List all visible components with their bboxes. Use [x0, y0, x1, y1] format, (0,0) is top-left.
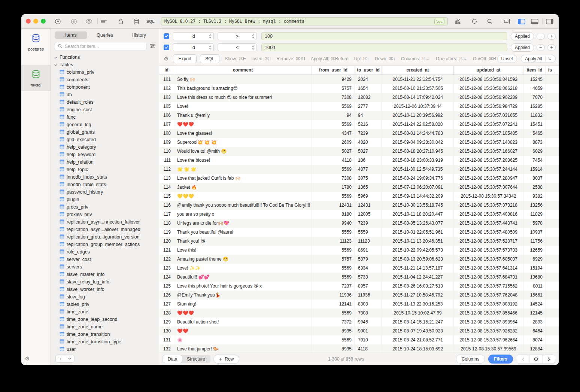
sidebar-table-item[interactable]: slow_log	[51, 293, 159, 301]
table-row[interactable]: 122 Amazing pastel theme 😬 5757 5879 201…	[159, 255, 559, 264]
minimize-window-button[interactable]	[33, 19, 38, 24]
toggle-left-panel-icon[interactable]	[516, 16, 527, 26]
filter-enabled-checkbox[interactable]	[164, 45, 169, 50]
table-row[interactable]: 126 @Emily Thank you💃 11936 11936 2015-1…	[159, 291, 559, 300]
chevron-down-icon[interactable]	[65, 355, 74, 362]
filter-operator-select[interactable]: >	[218, 32, 257, 40]
sidebar-table-item[interactable]: proxies_priv	[51, 211, 159, 218]
table-row[interactable]: 121 Love this! 5569 8691 2015-10-22 09:4…	[159, 246, 559, 255]
table-row[interactable]: 128 ❤️❤️❤️ 5569 7308 2015-10-15 10:02:47…	[159, 309, 559, 317]
table-row[interactable]: 111 Love the blouse! 4118 186 2015-08-18…	[159, 156, 559, 165]
column-header[interactable]: created_at	[382, 66, 454, 75]
column-header[interactable]: id	[159, 66, 174, 75]
table-row[interactable]: 112 🌟 🌟 🌟 5569 4877 2015-11-30 12:54:49.…	[159, 165, 559, 174]
add-filter-button[interactable]: +	[547, 44, 556, 51]
table-row[interactable]: 118 Ur legs are to die for🙌🏼💖 9940 7239 …	[159, 219, 559, 228]
sidebar-table-item[interactable]: server_cost	[51, 256, 159, 263]
table-row[interactable]: 116 @emily thank you soooo much beautifu…	[159, 201, 559, 210]
filter-value-input[interactable]	[261, 32, 507, 40]
table-row[interactable]: 131 🌸 5569 7910 2015-08-24 21:08:52.771 …	[159, 335, 559, 344]
item-search-box[interactable]	[55, 42, 146, 51]
process-list-icon[interactable]	[98, 16, 109, 26]
table-row[interactable]: 124 Beautiful!! 💕💕 5569 5733 2015-11-04 …	[159, 273, 559, 282]
page-settings-gear-icon[interactable]: ⚙	[529, 355, 542, 363]
table-row[interactable]: 109 Supercool💥 💥 💥 2609 4820 2015-09-04 …	[159, 138, 559, 147]
column-header[interactable]: from_user_id	[312, 66, 355, 75]
column-header[interactable]: is_	[546, 66, 559, 75]
table-row[interactable]: 123 Love! ✨✨ 5569 6334 2015-11-21 14:13:…	[159, 264, 559, 273]
table-row[interactable]: 105 Love! 5569 2777 2015-12-06 10:37:39.…	[159, 102, 559, 111]
previous-page-button[interactable]	[517, 355, 529, 363]
sidebar-table-item[interactable]: time_zone_transition_type	[51, 338, 159, 346]
unset-button[interactable]: Unset	[497, 55, 517, 63]
table-row[interactable]: 117 you are so pretty x 8180 12005 2015-…	[159, 210, 559, 219]
connect-icon[interactable]	[52, 16, 63, 26]
sidebar-table-item[interactable]: procs_priv	[51, 203, 159, 211]
table-row[interactable]: 114 Jacket 🔥 1780 1365 2015-07-12 06:20:…	[159, 183, 559, 192]
zoom-window-button[interactable]	[41, 19, 46, 24]
sidebar-table-item[interactable]: role_edges	[51, 248, 159, 256]
settings-gear-icon[interactable]: ⚙	[25, 355, 30, 362]
filter-applied-button[interactable]: Applied	[511, 43, 534, 52]
filters-button[interactable]: Filters	[488, 355, 513, 364]
tab-queries[interactable]: Queries	[89, 31, 121, 39]
sidebar-table-item[interactable]: func	[51, 113, 159, 121]
sidebar-table-item[interactable]: innodb_index_stats	[51, 173, 159, 181]
filter-settings-gear-icon[interactable]: ⚙	[164, 55, 168, 62]
columns-button[interactable]: Columns	[456, 355, 485, 364]
eye-icon[interactable]	[83, 16, 94, 26]
connection-mysql[interactable]: mysql	[21, 65, 51, 91]
table-row[interactable]: 103 Love this dress so much 😍 so nice fo…	[159, 93, 559, 102]
add-item-button[interactable]: +	[55, 355, 75, 363]
apply-all-button[interactable]: Apply All	[521, 55, 556, 63]
sidebar-table-item[interactable]: time_zone	[51, 308, 159, 316]
filter-column-select[interactable]: id	[173, 32, 214, 40]
sql-button[interactable]: SQL	[200, 54, 219, 63]
filter-sliders-icon[interactable]	[149, 43, 155, 50]
next-page-button[interactable]	[542, 355, 555, 363]
sidebar-table-item[interactable]: replication_group_member_actions	[51, 241, 159, 248]
frame-icon[interactable]	[501, 16, 511, 26]
refresh-icon[interactable]	[469, 16, 480, 26]
sidebar-table-item[interactable]: db	[51, 91, 159, 98]
sidebar-table-item[interactable]: help_category	[51, 143, 159, 151]
sidebar-table-item[interactable]: slave_worker_info	[51, 286, 159, 293]
sidebar-table-item[interactable]: columns_priv	[51, 69, 159, 76]
sidebar-table-item[interactable]: component	[51, 83, 159, 91]
filter-operator-select[interactable]: <	[218, 43, 257, 51]
sidebar-table-item[interactable]: replication_grou...iguration_version	[51, 233, 159, 241]
add-filter-button[interactable]: +	[547, 33, 556, 40]
close-window-button[interactable]	[26, 19, 31, 24]
sidebar-table-item[interactable]: time_zone_leap_second	[51, 316, 159, 323]
tab-items[interactable]: Items	[55, 31, 87, 39]
table-row[interactable]: 127 Stunning! 12141 8303 2015-11-13 22:3…	[159, 300, 559, 309]
chevron-down-icon[interactable]	[549, 56, 552, 61]
sidebar-table-item[interactable]: comments	[51, 76, 159, 83]
sidebar-table-item[interactable]: replication_asyn...ailover_managed	[51, 226, 159, 233]
sidebar-table-item[interactable]: help_relation	[51, 158, 159, 166]
data-tab-button[interactable]: Data	[163, 355, 182, 363]
tab-history[interactable]: History	[122, 31, 155, 39]
tree-section-functions[interactable]: Functions	[51, 54, 159, 61]
column-header[interactable]: to_user_id	[355, 66, 382, 75]
table-row[interactable]: 120 Thank you! 😘 11123 11123 2015-10-11 …	[159, 237, 559, 246]
toggle-bottom-panel-icon[interactable]	[529, 16, 540, 26]
sidebar-table-item[interactable]: plugin	[51, 196, 159, 203]
table-row[interactable]: 102 This background is amazing😍 5757 165…	[159, 84, 559, 93]
structure-tab-button[interactable]: Structure	[182, 355, 210, 363]
sidebar-table-item[interactable]: slave_relay_log_info	[51, 278, 159, 286]
table-row[interactable]: 107 ❤️❤️❤️ 5569 5216 2015-11-24 22:02:58…	[159, 120, 559, 129]
sidebar-table-item[interactable]: default_roles	[51, 98, 159, 106]
table-row[interactable]: 115 💛💛💛 5569 5969 2015-09-13 14:44:32.20…	[159, 192, 559, 201]
sidebar-table-item[interactable]: time_zone_name	[51, 323, 159, 331]
table-row[interactable]: 108 Love the glasses! 4347 7239 2015-08-…	[159, 129, 559, 138]
table-row[interactable]: 125 Love this photo! Your hair is gorgeo…	[159, 282, 559, 291]
sidebar-table-item[interactable]: servers	[51, 263, 159, 271]
sidebar-table-item[interactable]: tables_priv	[51, 301, 159, 308]
remove-filter-button[interactable]: −	[537, 44, 545, 51]
table-row[interactable]: 130 ❤️❤️ 8995 9001 2015-08-07 19:43:50.9…	[159, 326, 559, 335]
connection-postgres[interactable]: postgres	[21, 29, 51, 55]
table-row[interactable]: 129 Beautiful action shot! 7372 9946 201…	[159, 317, 559, 326]
database-icon[interactable]	[131, 16, 142, 26]
filter-column-select[interactable]: id	[173, 43, 214, 51]
